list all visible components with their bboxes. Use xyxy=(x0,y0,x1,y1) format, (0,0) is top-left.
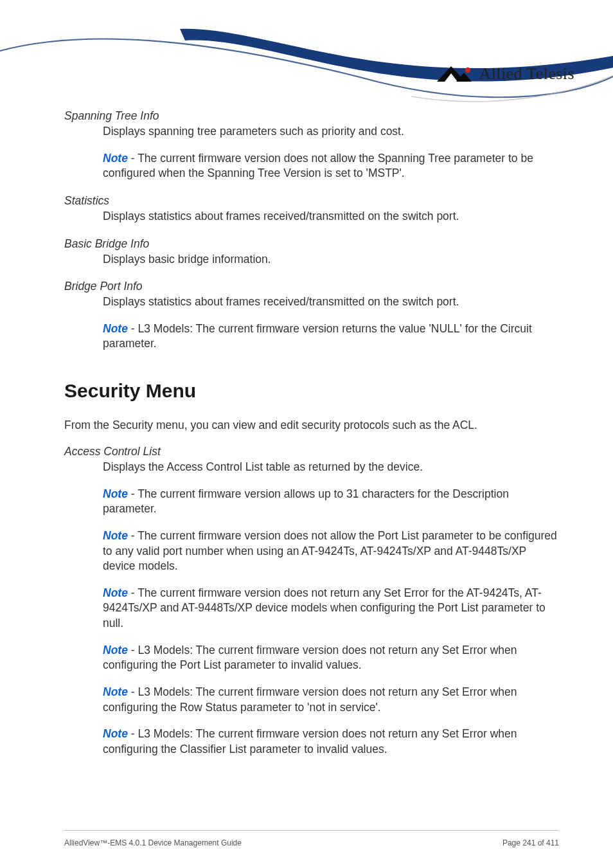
note-label: Note xyxy=(103,685,128,698)
term-spanning-tree-info: Spanning Tree Info xyxy=(64,109,559,123)
note-body: L3 Models: The current firmware version … xyxy=(103,727,517,755)
page-body: Spanning Tree Info Displays spanning tre… xyxy=(64,109,559,757)
section-heading-security-menu: Security Menu xyxy=(64,380,559,402)
note-label: Note xyxy=(103,152,128,165)
note-body: The current firmware version does not al… xyxy=(103,529,557,572)
svg-point-3 xyxy=(465,68,470,73)
desc-spanning-tree-info: Displays spanning tree parameters such a… xyxy=(103,124,559,140)
note-bridge-port-info-1: Note - L3 Models: The current firmware v… xyxy=(103,321,559,352)
note-body: The current firmware version allows up t… xyxy=(103,487,509,516)
note-label: Note xyxy=(103,529,128,542)
note-acl-1: Note - The current firmware version allo… xyxy=(103,487,559,517)
note-acl-2: Note - The current firmware version does… xyxy=(103,529,559,574)
note-label: Note xyxy=(103,586,128,599)
note-label: Note xyxy=(103,322,128,335)
note-text: - xyxy=(131,152,138,165)
desc-basic-bridge-info: Displays basic bridge information. xyxy=(103,252,559,267)
footer-left: AlliedView™-EMS 4.0.1 Device Management … xyxy=(64,838,242,847)
note-acl-6: Note - L3 Models: The current firmware v… xyxy=(103,727,559,757)
brand-logo-mark xyxy=(437,66,473,82)
page-footer: AlliedView™-EMS 4.0.1 Device Management … xyxy=(64,838,559,847)
term-access-control-list: Access Control List xyxy=(64,445,559,458)
brand-logo: Allied Telesis xyxy=(437,64,574,84)
footer-rule xyxy=(64,830,559,831)
note-label: Note xyxy=(103,644,128,656)
note-acl-3: Note - The current firmware version does… xyxy=(103,586,559,631)
note-label: Note xyxy=(103,487,128,500)
desc-access-control-list: Displays the Access Control List table a… xyxy=(103,460,559,475)
brand-logo-text: Allied Telesis xyxy=(479,64,574,84)
note-acl-5: Note - L3 Models: The current firmware v… xyxy=(103,685,559,715)
term-bridge-port-info: Bridge Port Info xyxy=(64,280,559,293)
note-acl-4: Note - L3 Models: The current firmware v… xyxy=(103,643,559,673)
note-label: Note xyxy=(103,727,128,740)
note-text: - xyxy=(131,322,138,335)
header-swoosh xyxy=(0,0,613,103)
note-spanning-tree-info-1: Note - The current firmware version does… xyxy=(103,151,559,181)
note-body: L3 Models: The current firmware version … xyxy=(103,685,517,714)
term-basic-bridge-info: Basic Bridge Info xyxy=(64,237,559,251)
note-body: L3 Models: The current firmware version … xyxy=(103,644,517,672)
section-intro: From the Security menu, you can view and… xyxy=(64,419,559,432)
note-body: The current firmware version does not al… xyxy=(103,152,533,180)
desc-statistics: Displays statistics about frames receive… xyxy=(103,209,559,224)
desc-bridge-port-info: Displays statistics about frames receive… xyxy=(103,294,559,310)
term-statistics: Statistics xyxy=(64,194,559,208)
note-body: L3 Models: The current firmware version … xyxy=(103,322,532,350)
note-body: The current firmware version does not re… xyxy=(103,586,546,629)
footer-right: Page 241 of 411 xyxy=(502,838,559,847)
